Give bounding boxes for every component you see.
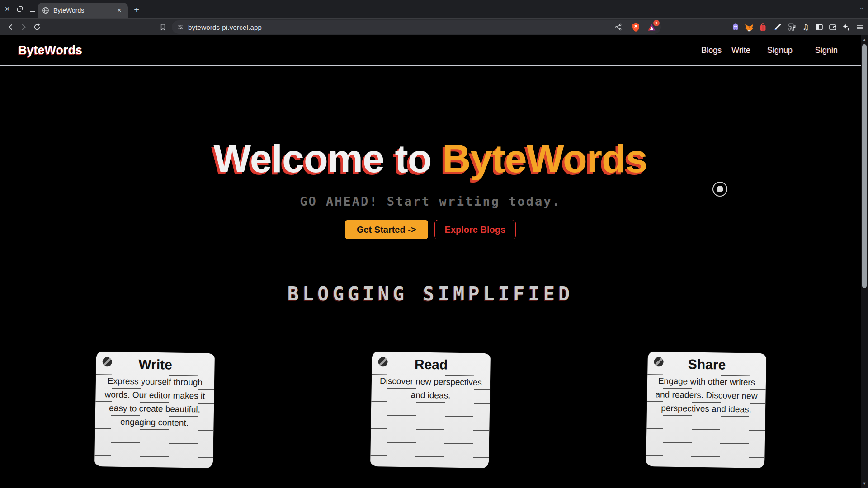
page-scrollbar[interactable]: ▲ ▼ — [861, 35, 868, 488]
browser-window: ✕ ByteWords ✕ + ⌄ — [0, 0, 868, 488]
eyedropper-pen-icon — [773, 23, 782, 32]
restore-icon — [17, 6, 23, 12]
window-close-button[interactable]: ✕ — [1, 0, 14, 18]
red-backpack-icon — [759, 23, 767, 32]
leo-ai-button[interactable] — [840, 21, 853, 33]
wallet-icon — [828, 23, 837, 32]
tab-search-chevron-icon[interactable]: ⌄ — [859, 4, 864, 11]
back-icon — [6, 23, 15, 32]
nav-link-signin[interactable]: Signin — [815, 46, 838, 55]
card-title: Read — [372, 352, 491, 376]
new-tab-button[interactable]: + — [130, 4, 143, 16]
url-bar[interactable]: bytewords-pi.vercel.app — [172, 20, 661, 34]
card-body: Engage with other writers and readers. D… — [651, 374, 761, 417]
wallet-button[interactable] — [826, 21, 839, 33]
extensions-button[interactable] — [786, 21, 798, 33]
hero-title-accent: ByteWords — [442, 136, 647, 181]
nav-link-signup[interactable]: Signup — [767, 46, 793, 55]
password-manager-extension-button[interactable] — [756, 21, 769, 33]
site-settings-icon[interactable] — [176, 23, 184, 31]
hero-subtitle: GO AHEAD! Start writing today. — [0, 194, 861, 208]
site-logo[interactable]: ByteWords — [18, 43, 82, 57]
brave-shields-button[interactable] — [631, 23, 641, 32]
feature-card-share: Share Engage with other writers and read… — [646, 352, 766, 468]
browser-menu-button[interactable] — [854, 21, 866, 33]
forward-button[interactable] — [17, 21, 30, 33]
reload-icon — [33, 23, 42, 32]
url-text[interactable]: bytewords-pi.vercel.app — [188, 23, 614, 31]
share-button[interactable] — [614, 23, 623, 31]
nav-link-write[interactable]: Write — [731, 46, 750, 55]
tab-close-button[interactable]: ✕ — [115, 6, 123, 14]
get-started-button[interactable]: Get Started -> — [345, 220, 428, 239]
feature-card-read: Read Discover new perspectives and ideas… — [370, 352, 491, 468]
tab-strip: ✕ ByteWords ✕ + ⌄ — [0, 0, 868, 18]
minimize-icon — [30, 11, 35, 12]
fox-icon — [745, 23, 754, 32]
sidebar-icon — [815, 23, 824, 32]
card-title: Share — [647, 352, 766, 376]
bookmark-button[interactable] — [156, 21, 169, 33]
site-nav: Blogs Write Signup Signin — [701, 46, 838, 55]
window-restore-button[interactable] — [14, 0, 26, 18]
card-title: Write — [96, 352, 215, 376]
window-minimize-button[interactable] — [26, 0, 39, 18]
color-picker-extension-button[interactable] — [771, 21, 784, 33]
ghost-icon — [731, 23, 740, 32]
back-button[interactable] — [5, 21, 17, 33]
forward-icon — [19, 23, 28, 32]
media-playlist-button[interactable]: ♫ — [799, 21, 812, 33]
scrollbar-up-arrow[interactable]: ▲ — [861, 36, 868, 43]
brave-rewards-button[interactable]: 1 — [647, 23, 656, 32]
feature-card-write: Write Express yourself through words. Ou… — [94, 352, 215, 468]
tab-title: ByteWords — [53, 7, 115, 14]
bookmark-icon — [159, 23, 167, 32]
browser-tab[interactable]: ByteWords ✕ — [38, 3, 128, 18]
hero-title: Welcome to ByteWords — [0, 136, 861, 182]
sparkles-icon — [842, 23, 851, 32]
music-note-icon: ♫ — [802, 23, 809, 32]
globe-favicon-icon — [42, 7, 49, 14]
nav-link-blogs[interactable]: Blogs — [701, 46, 722, 55]
reload-button[interactable] — [31, 21, 43, 33]
browser-toolbar: bytewords-pi.vercel.app — [0, 18, 868, 35]
url-bar-separator — [627, 23, 627, 31]
share-icon — [614, 23, 623, 31]
hero-title-white: Welcome to — [213, 136, 442, 181]
radio-dot-indicator — [712, 182, 727, 197]
hamburger-menu-icon — [855, 23, 864, 32]
explore-blogs-button[interactable]: Explore Blogs — [434, 220, 516, 239]
section-heading: BLOGGING SIMPLIFIED — [0, 283, 861, 305]
brave-shield-icon — [631, 23, 641, 32]
hero-cta-row: Get Started -> Explore Blogs — [0, 220, 861, 239]
metamask-extension-button[interactable] — [743, 21, 755, 33]
puzzle-icon — [788, 23, 797, 32]
scrollbar-down-arrow[interactable]: ▼ — [861, 480, 868, 487]
rewards-notification-badge: 1 — [653, 20, 660, 26]
sidebar-toggle-button[interactable] — [813, 21, 826, 33]
ghostery-extension-button[interactable] — [729, 21, 742, 33]
site-header: ByteWords Blogs Write Signup Signin — [0, 35, 861, 66]
card-body: Express yourself through words. Our edit… — [99, 374, 210, 430]
scrollbar-thumb[interactable] — [862, 44, 867, 288]
webpage-viewport: ByteWords Blogs Write Signup Signin Welc… — [0, 35, 861, 488]
feature-cards-row: Write Express yourself through words. Ou… — [0, 352, 861, 467]
card-body: Discover new perspectives and ideas. — [376, 374, 486, 403]
